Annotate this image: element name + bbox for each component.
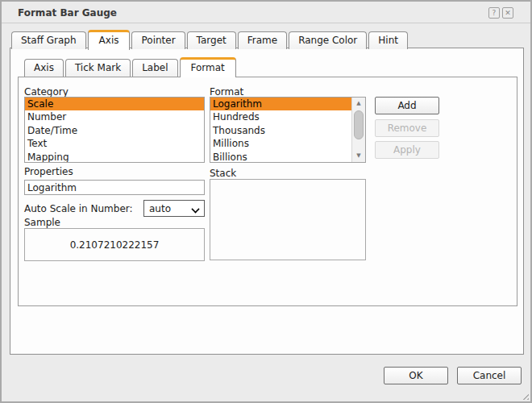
- scroll-down-icon[interactable]: ▼: [352, 150, 365, 162]
- close-icon[interactable]: ✕: [502, 7, 513, 19]
- list-item-hundreds[interactable]: Hundreds: [210, 110, 351, 123]
- properties-label: Properties: [24, 166, 73, 177]
- auto-scale-dropdown[interactable]: auto: [143, 200, 205, 217]
- title-bar: Format Bar Gauge ? ✕: [2, 2, 530, 23]
- category-listbox[interactable]: Scale Number Date/Time Text Mapping: [24, 97, 205, 163]
- list-item-number[interactable]: Number: [25, 110, 204, 123]
- resize-grip-icon[interactable]: [521, 392, 529, 400]
- tab-hint[interactable]: Hint: [368, 31, 408, 49]
- ok-button[interactable]: OK: [384, 367, 448, 384]
- subtab-axis[interactable]: Axis: [24, 59, 64, 77]
- add-button[interactable]: Add: [375, 97, 439, 114]
- tab-axis[interactable]: Axis: [88, 30, 131, 50]
- list-item-date-time[interactable]: Date/Time: [25, 124, 204, 137]
- chevron-down-icon: [192, 205, 199, 212]
- list-item-billions[interactable]: Billions: [210, 151, 351, 163]
- format-label: Format: [210, 86, 243, 98]
- stack-listbox[interactable]: [210, 179, 366, 260]
- sample-box: 0.2107210222157: [24, 228, 205, 261]
- list-item-thousands[interactable]: Thousands: [210, 124, 351, 137]
- main-tab-bar: Staff Graph Axis Pointer Target Frame Ra…: [11, 30, 408, 49]
- list-item-scale[interactable]: Scale: [25, 98, 204, 110]
- sample-label: Sample: [24, 217, 60, 228]
- list-item-logarithm[interactable]: Logarithm: [210, 98, 351, 110]
- sample-value: 0.2107210222157: [70, 239, 160, 251]
- list-item-text[interactable]: Text: [25, 137, 204, 150]
- sub-tab-bar: Axis Tick Mark Label Format: [24, 57, 236, 77]
- scrollbar-thumb[interactable]: [354, 110, 364, 139]
- subtab-label[interactable]: Label: [132, 59, 177, 77]
- category-label: Category: [24, 86, 69, 98]
- apply-button[interactable]: Apply: [375, 141, 439, 159]
- subtab-format[interactable]: Format: [180, 57, 236, 77]
- tab-pointer[interactable]: Pointer: [131, 31, 185, 49]
- scroll-up-icon[interactable]: ▲: [352, 98, 365, 110]
- tab-frame[interactable]: Frame: [238, 31, 287, 49]
- auto-scale-value: auto: [149, 203, 171, 214]
- list-item-millions[interactable]: Millions: [210, 137, 351, 150]
- subtab-tick-mark[interactable]: Tick Mark: [65, 59, 131, 77]
- cancel-button[interactable]: Cancel: [457, 367, 522, 384]
- help-icon[interactable]: ?: [488, 7, 500, 19]
- stack-label: Stack: [210, 168, 236, 179]
- remove-button[interactable]: Remove: [375, 119, 439, 137]
- tab-range-color[interactable]: Range Color: [289, 31, 367, 49]
- tab-staff-graph[interactable]: Staff Graph: [11, 31, 86, 49]
- tab-target[interactable]: Target: [187, 31, 236, 49]
- format-bar-gauge-dialog: Format Bar Gauge ? ✕ Staff Graph Axis Po…: [0, 0, 532, 403]
- list-item-mapping[interactable]: Mapping: [25, 151, 204, 163]
- auto-scale-label: Auto Scale in Number:: [24, 203, 133, 214]
- format-list-scrollbar[interactable]: ▲ ▼: [351, 98, 365, 162]
- format-listbox[interactable]: Logarithm Hundreds Thousands Millions Bi…: [210, 97, 366, 163]
- properties-input[interactable]: [24, 180, 205, 195]
- dialog-title: Format Bar Gauge: [18, 7, 117, 19]
